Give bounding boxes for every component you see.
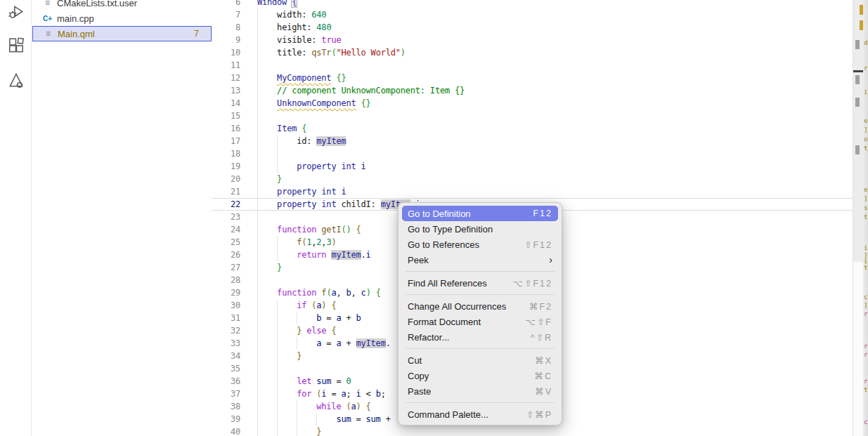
- menu-item-shortcut: ⌥⇧F12: [513, 278, 552, 289]
- ruler-occurrence-mark: [855, 40, 860, 49]
- menu-item-go-to-references[interactable]: Go to References⇧F12: [402, 237, 558, 252]
- code-line-10[interactable]: 10 title: qsTr("Hello World"): [212, 46, 853, 59]
- code-line-9[interactable]: 9 visible: true: [212, 34, 853, 46]
- code-line-8[interactable]: 8 height: 480: [212, 21, 853, 34]
- line-number: 31: [212, 312, 240, 324]
- code-text: return myItem.i: [257, 249, 371, 261]
- line-number: 17: [212, 135, 240, 147]
- testing-icon[interactable]: [0, 64, 32, 95]
- minimap[interactable]: drie]ute]sti]itc]rrrrtc: [863, 0, 868, 436]
- minimap-glyph: ]: [864, 127, 867, 133]
- minimap-glyph: i: [864, 245, 867, 251]
- minimap-glyph: c: [864, 294, 867, 300]
- line-number: 32: [212, 324, 240, 337]
- line-number: 8: [212, 21, 240, 34]
- code-text: [257, 362, 297, 375]
- menu-item-shortcut: ⇧⌘P: [526, 409, 552, 420]
- menu-item-go-to-type-definition[interactable]: Go to Type Definition: [402, 221, 558, 237]
- minimap-glyph: e: [864, 187, 867, 193]
- minimap-glyph: c: [864, 419, 867, 425]
- menu-item-shortcut: ⌘F2: [529, 301, 552, 312]
- line-number: 30: [212, 299, 240, 312]
- minimap-glyph: r: [864, 65, 867, 72]
- code-text: function f(a, b, c) {: [257, 286, 381, 299]
- menu-item-paste[interactable]: Paste⌘V: [402, 383, 558, 399]
- line-number: 19: [212, 160, 240, 173]
- code-line-14[interactable]: 14 UnknownComponent {}: [212, 97, 853, 110]
- code-text: }: [257, 425, 321, 436]
- menu-item-change-all-occurrences[interactable]: Change All Occurrences⌘F2: [402, 298, 558, 314]
- extensions-icon[interactable]: [0, 29, 32, 61]
- file-list: ≡CMakeLists.txt.userC+main.cpp≡Main.qml7: [32, 0, 212, 41]
- line-number: 22: [212, 198, 240, 211]
- line-number: 39: [212, 413, 240, 425]
- line-number: 20: [212, 173, 240, 185]
- minimap-glyph: t: [864, 145, 867, 152]
- code-line-16[interactable]: 16 Item {: [212, 122, 853, 135]
- code-line-7[interactable]: 7 width: 640: [212, 8, 853, 21]
- ruler-occurrence-mark: [855, 145, 860, 154]
- file-row-cmakelists-txt-user[interactable]: ≡CMakeLists.txt.user: [32, 0, 212, 11]
- code-line-6[interactable]: 6Window {: [212, 0, 853, 8]
- menu-item-shortcut: ⌘V: [535, 386, 552, 397]
- code-line-21[interactable]: 21 property int i: [212, 185, 853, 198]
- line-number: 10: [212, 46, 240, 59]
- run-and-debug-icon[interactable]: [0, 0, 32, 27]
- menu-item-refactor[interactable]: Refactor...^⇧R: [402, 329, 558, 345]
- line-number: 21: [212, 185, 240, 198]
- menu-item-find-all-references[interactable]: Find All References⌥⇧F12: [402, 275, 558, 291]
- ruler-occurrence-mark: [855, 75, 860, 84]
- menu-item-command-palette[interactable]: Command Palette...⇧⌘P: [402, 407, 558, 422]
- code-text: [257, 147, 297, 160]
- menu-item-format-document[interactable]: Format Document⌥⇧F: [402, 314, 558, 329]
- minimap-glyph: s: [864, 205, 867, 211]
- menu-item-shortcut: ⌘X: [535, 355, 552, 366]
- code-text: for (i = a; i < b;: [257, 388, 386, 400]
- explorer-sidebar: ≡CMakeLists.txt.userC+main.cpp≡Main.qml7: [32, 0, 212, 436]
- menu-separator: [406, 348, 555, 349]
- code-line-11[interactable]: 11: [212, 59, 853, 72]
- menu-item-label: Refactor...: [408, 332, 449, 343]
- code-text: width: 640: [257, 8, 326, 21]
- file-row-main-qml[interactable]: ≡Main.qml7: [32, 26, 212, 41]
- code-text: [257, 211, 277, 223]
- menu-item-label: Command Palette...: [408, 409, 488, 420]
- menu-item-label: Go to Type Definition: [408, 224, 493, 234]
- code-text: height: 480: [257, 21, 331, 34]
- minimap-glyph: r: [864, 311, 867, 317]
- file-label: main.cpp: [57, 13, 212, 24]
- line-number: 33: [212, 337, 240, 350]
- code-text: Window {: [257, 0, 297, 8]
- line-number: 16: [212, 122, 240, 135]
- code-line-17[interactable]: 17 id: myItem: [212, 135, 853, 147]
- menu-item-go-to-definition[interactable]: Go to DefinitionF12: [402, 206, 558, 221]
- overview-ruler-scrollbar[interactable]: [853, 0, 863, 436]
- minimap-glyph: t: [864, 214, 867, 220]
- minimap-glyph: r: [864, 378, 867, 385]
- code-line-18[interactable]: 18: [212, 147, 853, 160]
- code-line-20[interactable]: 20 }: [212, 173, 853, 185]
- code-text: a = a + myItem.: [257, 337, 391, 350]
- menu-item-shortcut: ⇧F12: [524, 239, 552, 250]
- vscode-window: ≡CMakeLists.txt.userC+main.cpp≡Main.qml7…: [0, 0, 868, 436]
- code-text: title: qsTr("Hello World"): [257, 46, 406, 59]
- menu-item-peek[interactable]: Peek›: [402, 252, 558, 267]
- code-line-19[interactable]: 19 property int i: [212, 160, 853, 173]
- file-row-main-cpp[interactable]: C+main.cpp: [32, 11, 212, 26]
- menu-item-copy[interactable]: Copy⌘C: [402, 368, 558, 383]
- menu-item-label: Paste: [408, 386, 431, 397]
- code-line-40[interactable]: 40 }: [212, 425, 853, 436]
- minimap-glyph: r: [864, 343, 867, 350]
- code-text: b = a + b: [257, 312, 361, 324]
- line-number: 28: [212, 274, 240, 286]
- code-line-15[interactable]: 15: [212, 110, 853, 122]
- line-number: 9: [212, 34, 240, 46]
- code-text: function getI() {: [257, 223, 361, 236]
- code-line-13[interactable]: 13 // component UnknownComponent: Item {…: [212, 84, 853, 97]
- menu-separator: [406, 294, 555, 295]
- code-line-12[interactable]: 12 MyComponent {}: [212, 72, 853, 84]
- menu-item-cut[interactable]: Cut⌘X: [402, 352, 558, 368]
- code-text: let sum = 0: [257, 375, 351, 388]
- line-number: 37: [212, 388, 240, 400]
- scrollbar-thumb[interactable]: [853, 0, 864, 262]
